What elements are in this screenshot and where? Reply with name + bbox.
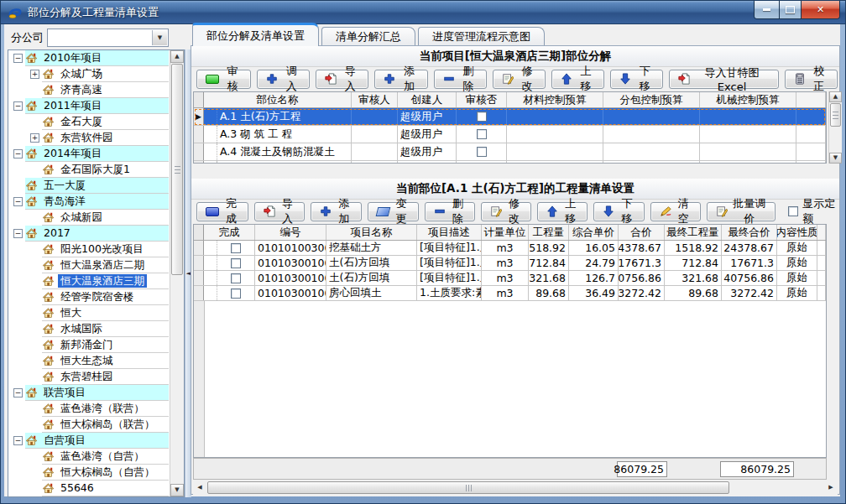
move-down-button[interactable]: 下移 xyxy=(593,202,644,221)
tree-item[interactable]: −2010年项目 xyxy=(8,50,170,66)
tree-item[interactable]: 恒大棕榈岛（自营） xyxy=(8,465,170,481)
audit-button[interactable]: 审核 xyxy=(196,70,251,89)
tree-expand-toggle[interactable]: − xyxy=(13,436,23,445)
tree-scrollbar[interactable]: ▲ ▼ xyxy=(170,50,184,496)
tree-item[interactable]: 经管学院宿舍楼 xyxy=(8,289,170,305)
audited-checkbox[interactable] xyxy=(477,129,487,139)
tree-item[interactable]: −联营项目 xyxy=(8,385,170,401)
table-row[interactable]: A.7 屋面及防水工程超级用户 xyxy=(194,161,826,164)
tree-item[interactable]: 五一大厦 xyxy=(8,178,170,194)
tree-item[interactable]: 新邦涌金门 xyxy=(8,337,170,353)
minimize-button[interactable] xyxy=(755,1,780,18)
scroll-down-button[interactable]: ▼ xyxy=(170,484,184,496)
tree-item[interactable]: 恒大 xyxy=(8,305,170,321)
tree-expand-toggle[interactable]: − xyxy=(13,149,23,158)
add-button[interactable]: 添加 xyxy=(311,202,361,221)
tree-item[interactable]: 阳光100光改项目 xyxy=(8,242,170,257)
scroll-left-button[interactable]: ◀ xyxy=(193,481,206,495)
table-row[interactable]: ▶A.1 土(石)方工程超级用户 xyxy=(194,108,826,126)
scroll-right-button[interactable]: ▶ xyxy=(824,481,838,495)
tree-item[interactable]: −青岛海洋 xyxy=(8,194,170,210)
row-selector[interactable] xyxy=(194,241,204,255)
call-in-button[interactable]: 调入 xyxy=(257,70,310,89)
scrollbar-thumb[interactable] xyxy=(830,103,841,127)
row-selector[interactable] xyxy=(194,271,204,285)
tree-item[interactable]: 恒大生态城 xyxy=(8,353,170,369)
import-gantt-excel-button[interactable]: 导入甘特图Excel xyxy=(669,70,778,89)
tree-expand-toggle[interactable]: + xyxy=(30,70,39,79)
tab-list-summary[interactable]: 清单分解汇总 xyxy=(321,27,415,45)
done-checkbox[interactable] xyxy=(231,273,241,283)
tree-expand-toggle[interactable]: − xyxy=(13,229,23,238)
table-row[interactable]: 010103001002土(石)方回填[项目特征]1.土m3321.68126.… xyxy=(194,271,826,286)
move-down-button[interactable]: 下移 xyxy=(610,70,663,89)
scroll-down-button[interactable]: ▼ xyxy=(829,153,842,164)
clear-button[interactable]: 清空 xyxy=(650,202,701,221)
tree-item[interactable]: 55646 xyxy=(8,481,170,496)
correct-button[interactable]: 校正 xyxy=(785,70,838,89)
tree-item[interactable]: 水城国际 xyxy=(8,321,170,337)
tree-item[interactable]: −2014年项目 xyxy=(8,146,170,162)
tree-item[interactable]: 众城新园 xyxy=(8,210,170,226)
done-checkbox[interactable] xyxy=(231,243,241,253)
move-up-button[interactable]: 上移 xyxy=(537,202,588,221)
tree-item[interactable]: 恒大棕榈岛（联营） xyxy=(8,417,170,433)
tree-expand-toggle[interactable]: − xyxy=(13,388,23,397)
tree-item[interactable]: −2011年项目 xyxy=(8,98,170,114)
move-up-button[interactable]: 上移 xyxy=(551,70,604,89)
tree-item[interactable]: 东营碧桂园 xyxy=(8,369,170,385)
tree-expand-toggle[interactable]: + xyxy=(30,133,39,143)
tree-item[interactable]: −2017 xyxy=(8,226,170,242)
tree-item[interactable]: +众城广场 xyxy=(8,66,170,82)
scroll-up-button[interactable]: ▲ xyxy=(170,50,184,63)
tree-scrollbar-thumb[interactable] xyxy=(171,64,183,275)
tree-expand-toggle[interactable]: − xyxy=(13,54,23,63)
table-row[interactable]: 010101003001挖基础土方[项目特征]1.土m31518.9216.05… xyxy=(194,241,826,256)
tree-item[interactable]: −自营项目 xyxy=(8,433,170,449)
row-selector[interactable] xyxy=(194,256,204,270)
tree-item[interactable]: 金石大厦 xyxy=(8,114,170,130)
tree-item[interactable]: +东营软件园 xyxy=(8,130,170,146)
tree-expand-toggle[interactable]: − xyxy=(13,101,23,111)
tab-parts-breakdown[interactable]: 部位分解及清单设置 xyxy=(192,23,319,46)
row-selector[interactable] xyxy=(194,143,204,160)
horizontal-scrollbar-thumb[interactable] xyxy=(207,481,729,494)
branch-office-select[interactable]: ▼ xyxy=(47,29,169,47)
done-checkbox[interactable] xyxy=(231,288,241,299)
row-selector[interactable]: ▶ xyxy=(194,108,204,125)
add-button[interactable]: 添加 xyxy=(374,70,427,89)
scroll-up-button[interactable]: ▲ xyxy=(829,91,842,102)
close-button[interactable]: ✕ xyxy=(802,1,839,18)
maximize-button[interactable] xyxy=(780,1,802,18)
table-row[interactable]: A.3 砌 筑 工 程超级用户 xyxy=(194,126,826,143)
modify-button[interactable]: 修改 xyxy=(493,70,546,89)
horizontal-scrollbar[interactable]: ◀ ▶ xyxy=(193,481,838,495)
import-button[interactable]: 导入 xyxy=(254,202,305,221)
table-row[interactable]: 010103001001土(石)方回填[项目特征]1.土m3712.8424.7… xyxy=(194,256,826,271)
audited-checkbox[interactable] xyxy=(477,147,487,157)
parts-table-scrollbar[interactable]: ▲ ▼ xyxy=(828,91,842,164)
delete-button[interactable]: 删除 xyxy=(434,70,487,89)
tree-expand-toggle[interactable]: − xyxy=(13,197,23,206)
tree-item[interactable]: 恒大温泉酒店三期 xyxy=(8,273,170,289)
row-selector[interactable] xyxy=(194,286,204,300)
tree-item[interactable]: 济青高速 xyxy=(8,82,170,98)
tree-item[interactable]: 蓝色港湾（联营） xyxy=(8,401,170,417)
complete-button[interactable]: 完成 xyxy=(196,202,248,221)
tree-item[interactable]: 恒大温泉酒店二期 xyxy=(8,257,170,273)
batch-price-button[interactable]: 批量调价 xyxy=(707,202,776,221)
audited-checkbox[interactable] xyxy=(477,112,487,122)
show-quota-checkbox[interactable] xyxy=(788,206,798,216)
import-button[interactable]: 导入 xyxy=(316,70,368,89)
dropdown-button[interactable]: ▼ xyxy=(152,30,167,45)
tree-item[interactable]: 蓝色港湾（自营） xyxy=(8,449,170,465)
done-checkbox[interactable] xyxy=(231,258,241,268)
row-selector[interactable] xyxy=(194,126,204,143)
delete-button[interactable]: 删除 xyxy=(425,202,475,221)
change-button[interactable]: 变更 xyxy=(368,202,419,221)
modify-button[interactable]: 修改 xyxy=(481,202,531,221)
row-selector[interactable] xyxy=(194,161,204,164)
table-row[interactable]: A.4 混凝土及钢筋混凝土超级用户 xyxy=(194,143,826,161)
table-row[interactable]: 010103001003房心回填土1.土质要求:素m389.6836.49327… xyxy=(194,286,826,301)
tab-progress-flow[interactable]: 进度管理流程示意图 xyxy=(418,27,545,45)
